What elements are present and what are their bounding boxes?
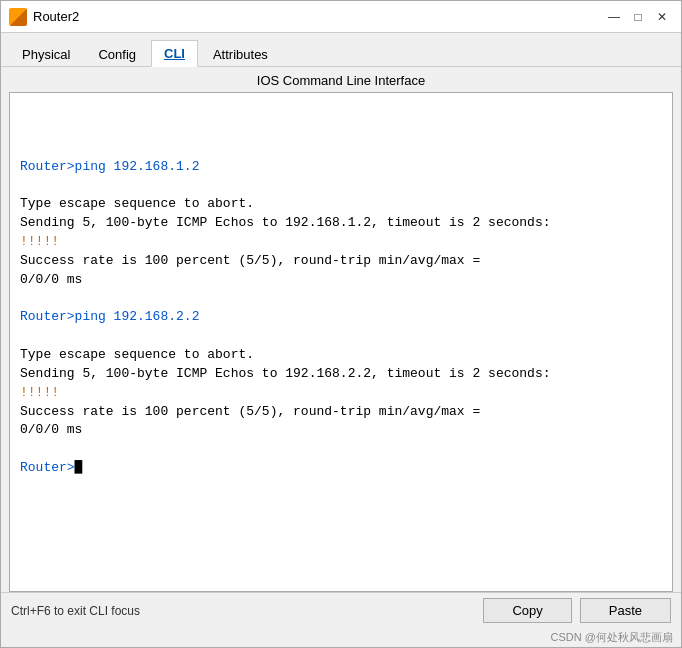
output-rtt2: 0/0/0 ms bbox=[20, 422, 82, 437]
title-bar: Router2 — □ ✕ bbox=[1, 1, 681, 33]
cli-section-title: IOS Command Line Interface bbox=[1, 67, 681, 92]
cli-hint: Ctrl+F6 to exit CLI focus bbox=[11, 604, 140, 618]
output-success2: Success rate is 100 percent (5/5), round… bbox=[20, 404, 480, 419]
output-escape1: Type escape sequence to abort. bbox=[20, 196, 254, 211]
output-rtt1: 0/0/0 ms bbox=[20, 272, 82, 287]
output-exclaim1: !!!!! bbox=[20, 234, 59, 249]
action-buttons: Copy Paste bbox=[483, 598, 671, 623]
window-title: Router2 bbox=[33, 9, 603, 24]
output-sending2: Sending 5, 100-byte ICMP Echos to 192.16… bbox=[20, 366, 551, 381]
tab-config[interactable]: Config bbox=[85, 41, 149, 67]
terminal-wrapper[interactable]: Router>ping 192.168.1.2 Type escape sequ… bbox=[9, 92, 673, 592]
paste-button[interactable]: Paste bbox=[580, 598, 671, 623]
cmd-ping2: Router>ping 192.168.2.2 bbox=[20, 309, 199, 324]
tab-cli[interactable]: CLI bbox=[151, 40, 198, 67]
cursor: █ bbox=[75, 460, 83, 475]
cli-prompt: Router> bbox=[20, 460, 75, 475]
maximize-button[interactable]: □ bbox=[627, 6, 649, 28]
minimize-button[interactable]: — bbox=[603, 6, 625, 28]
cmd-ping1: Router>ping 192.168.1.2 bbox=[20, 159, 199, 174]
main-window: Router2 — □ ✕ Physical Config CLI Attrib… bbox=[0, 0, 682, 648]
tab-bar: Physical Config CLI Attributes bbox=[1, 33, 681, 67]
output-escape2: Type escape sequence to abort. bbox=[20, 347, 254, 362]
output-exclaim2: !!!!! bbox=[20, 385, 59, 400]
status-bar: Ctrl+F6 to exit CLI focus Copy Paste bbox=[1, 592, 681, 628]
app-icon bbox=[9, 8, 27, 26]
content-area: IOS Command Line Interface Router>ping 1… bbox=[1, 67, 681, 628]
copy-button[interactable]: Copy bbox=[483, 598, 571, 623]
watermark: CSDN @何处秋风悲画扇 bbox=[1, 628, 681, 647]
tab-physical[interactable]: Physical bbox=[9, 41, 83, 67]
tab-attributes[interactable]: Attributes bbox=[200, 41, 281, 67]
output-sending1: Sending 5, 100-byte ICMP Echos to 192.16… bbox=[20, 215, 551, 230]
window-controls: — □ ✕ bbox=[603, 6, 673, 28]
close-button[interactable]: ✕ bbox=[651, 6, 673, 28]
output-success1: Success rate is 100 percent (5/5), round… bbox=[20, 253, 480, 268]
terminal[interactable]: Router>ping 192.168.1.2 Type escape sequ… bbox=[10, 93, 672, 591]
